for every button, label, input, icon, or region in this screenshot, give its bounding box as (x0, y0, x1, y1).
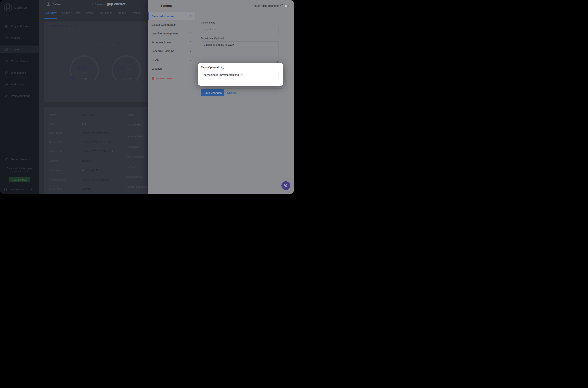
settings-nav-schedule-backups[interactable]: Schedule Backups (148, 47, 195, 55)
sidebar-item-label: Project Overview (11, 24, 31, 28)
tab-events[interactable]: Events (132, 11, 140, 14)
sidebar-item-project-settings[interactable]: Project Settings (0, 92, 39, 100)
chevron-down-icon (85, 3, 87, 5)
chevron-right-icon (189, 24, 191, 25)
info-icon[interactable] (221, 66, 224, 69)
sidebar-item-label: Profiles (11, 36, 20, 39)
bar-chart-icon (4, 24, 8, 28)
panel-header-divider (148, 12, 294, 12)
tab-usage-costs[interactable]: Usage & Costs (62, 11, 80, 14)
chevron-right-icon (189, 15, 191, 17)
metrics-legend: Request / Total (78, 43, 133, 47)
detail-row: Created On17 Apr, 2024, 02:31 PM (49, 141, 111, 144)
detail-row: ContextProject (49, 159, 91, 162)
tags-label: Tags (Optional) (201, 66, 220, 69)
settings-nav-schedule-scans[interactable]: Schedule Scans (148, 38, 195, 46)
close-icon[interactable]: ✕ (153, 4, 155, 7)
footer-brand-name: spectro cloud (10, 188, 24, 191)
nav-section-divider (148, 73, 195, 73)
save-changes-button[interactable]: Save Changes (201, 89, 224, 96)
tab-workloads[interactable]: Workloads (99, 11, 112, 14)
description-textarea[interactable]: Cluster to deploy to GCP. (201, 41, 279, 63)
sidebar-item-audit-logs[interactable]: Audit Logs (0, 80, 39, 88)
project-selector[interactable]: Default (52, 3, 61, 6)
settings-nav-location[interactable]: Location (148, 65, 195, 73)
textarea-resize-handle[interactable] (276, 61, 278, 63)
sidebar-item-workspaces[interactable]: Workspaces (0, 69, 39, 76)
tags-spotlight-card: Tags (Optional) service:hello-universe-f… (198, 63, 283, 86)
form-footer-divider (201, 88, 283, 89)
trash-icon (152, 77, 154, 80)
memory-gauge: 0 / 15.7 Gb MEMORY (111, 55, 142, 86)
settings-nav-machine-management[interactable]: Machine Management (148, 29, 195, 37)
pause-agent-upgrades-toggle[interactable] (284, 4, 290, 7)
audit-log-icon (4, 82, 8, 86)
network-icon (4, 59, 8, 63)
remove-tag-icon[interactable]: ✕ (240, 73, 242, 76)
detail-right-label: Services (127, 166, 136, 169)
search-smile-icon (283, 183, 288, 188)
upgrade-promo-line1: Start small and only pay (0, 167, 39, 170)
sidebar-item-clusters[interactable]: Clusters (0, 46, 39, 53)
detail-row: Tagsn/a (49, 122, 86, 125)
breadcrumb-clusters-link[interactable]: Clusters (95, 3, 105, 6)
spectro-cloud-logo-icon (3, 187, 8, 192)
detail-row: Cloud Accountspectro-cloud-dynamic (49, 178, 110, 181)
settings-nav-basic-information[interactable]: Basic Information (148, 12, 195, 20)
help-chat-button[interactable] (281, 181, 290, 190)
tab-profile[interactable]: Profile (86, 11, 94, 14)
breadcrumb-current: gcp-cluster (107, 2, 125, 6)
memory-unit: Gb (111, 72, 142, 75)
active-tab-underline (45, 18, 57, 19)
delete-cluster-button[interactable]: Delete Cluster (152, 76, 173, 81)
settings-title: Settings (160, 4, 173, 8)
settings-nav-cluster-configuration[interactable]: Cluster Configuration (148, 21, 195, 29)
info-icon[interactable] (112, 150, 115, 152)
sidebar-item-profiles[interactable]: Profiles (0, 34, 39, 41)
sidebar-item-cluster-groups[interactable]: Cluster Groups (0, 57, 39, 65)
brand-name: palette (14, 5, 27, 10)
app-window: palette 4.3.6 Project Overview Profiles … (0, 0, 294, 194)
sidebar-item-label: Tenant Settings (11, 158, 30, 161)
cpu-label: CPU (69, 78, 100, 80)
tag-chip-label: service:hello-universe-frontend (204, 73, 239, 76)
tab-nodes[interactable]: Nodes (118, 11, 126, 14)
sidebar: palette 4.3.6 Project Overview Profiles … (0, 0, 39, 194)
description-label: Description (Optional) (201, 37, 224, 40)
upgrade-promo-line2: for what you use! (0, 170, 39, 173)
palette-logo-icon (4, 3, 12, 12)
sidebar-item-tenant-settings[interactable]: Tenant Settings (0, 155, 39, 163)
sidebar-item-label: Workspaces (11, 71, 26, 74)
breadcrumb-separator: / (92, 2, 93, 6)
chevron-right-icon (189, 67, 191, 69)
detail-right-label: Kubernetes API (127, 175, 144, 178)
sidebar-item-project-overview[interactable]: Project Overview (0, 22, 39, 30)
tab-overview[interactable]: Overview (45, 11, 57, 14)
discard-link[interactable]: Discard (227, 91, 236, 94)
cluster-name-label: Cluster name (201, 21, 215, 24)
sidebar-collapse-icon[interactable] (31, 188, 33, 190)
detail-row: ArchitectureAMD64 (49, 187, 91, 191)
layers-icon (4, 36, 8, 39)
detail-right-label: K8s Certificates (127, 155, 144, 158)
settings-nav-rbac[interactable]: RBAC (148, 56, 195, 64)
info-icon[interactable] (280, 4, 283, 7)
cluster-tabs: Overview Usage & Costs Profile Workloads… (45, 11, 153, 14)
detail-right-label: Health (127, 113, 134, 116)
toggle-knob (285, 5, 287, 7)
settings-panel: ✕ Settings Pause Agent Upgrades Basic In… (148, 0, 294, 194)
detail-right-label: Upgrade Details (127, 135, 145, 138)
chevron-right-icon (189, 50, 191, 52)
gear-icon (4, 94, 8, 97)
footer-brand-row: spectro cloud (3, 187, 24, 192)
upgrade-now-button[interactable]: Upgrade now (9, 177, 30, 182)
detail-row: DescriptionCluster to deploy to GCP. (49, 131, 113, 134)
version-label: 4.3.6 (4, 15, 9, 17)
detail-row: Namegcp-cluster (49, 113, 95, 116)
tags-input[interactable]: service:hello-universe-frontend ✕ (201, 72, 279, 78)
sidebar-item-label: Clusters (11, 48, 21, 51)
memory-value: 0 / 15.7 (111, 65, 142, 71)
sidebar-item-label: Audit Logs (11, 83, 24, 86)
cluster-name-input[interactable] (201, 26, 279, 33)
project-selector-icon (47, 2, 50, 6)
